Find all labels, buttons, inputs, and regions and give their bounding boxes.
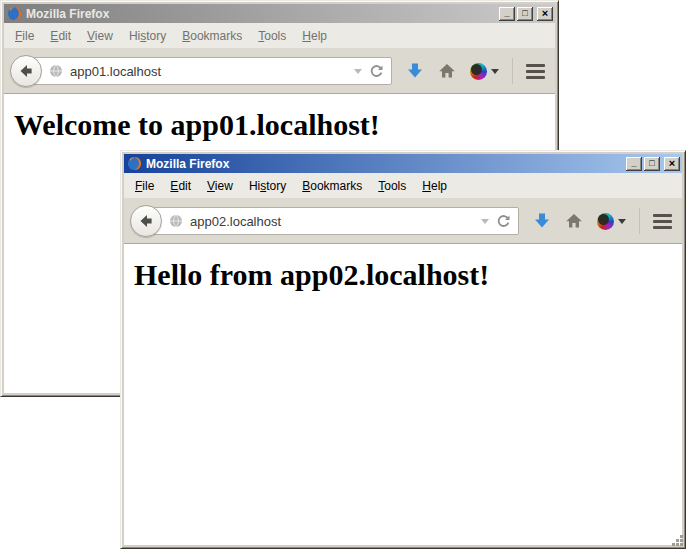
menu-button[interactable] [526,64,545,79]
window-title: Mozilla Firefox [26,7,495,21]
downloads-button[interactable] [533,212,551,230]
url-dropdown-icon[interactable] [481,219,489,224]
color-wheel-icon [597,213,614,230]
menu-file[interactable]: File [128,177,161,195]
home-button[interactable] [565,212,583,230]
page-content: Hello from app02.localhost! [124,244,682,545]
url-dropdown-icon[interactable] [354,69,362,74]
reload-icon[interactable] [496,214,511,229]
menu-help[interactable]: Help [295,27,334,45]
back-arrow-icon [18,63,34,79]
browser-window-app02: Mozilla Firefox _ □ × File Edit View His… [120,150,686,549]
home-icon [438,62,456,80]
color-wheel-icon [470,63,487,80]
home-button[interactable] [438,62,456,80]
menu-bar: File Edit View History Bookmarks Tools H… [4,23,555,49]
url-text[interactable]: app01.localhost [70,64,347,79]
reload-icon[interactable] [369,64,384,79]
menu-bar: File Edit View History Bookmarks Tools H… [124,173,682,199]
minimize-button[interactable]: _ [626,157,642,171]
menu-button[interactable] [653,214,672,229]
back-button[interactable] [130,205,162,237]
menu-tools[interactable]: Tools [251,27,293,45]
menu-view[interactable]: View [80,27,120,45]
addon-button[interactable] [470,63,499,80]
globe-icon[interactable] [169,214,183,228]
toolbar-separator [512,58,513,84]
resize-grip[interactable] [671,534,685,548]
menu-bookmarks[interactable]: Bookmarks [295,177,369,195]
menu-edit[interactable]: Edit [163,177,198,195]
window-title: Mozilla Firefox [146,157,622,171]
back-button[interactable] [10,55,42,87]
menu-edit[interactable]: Edit [43,27,78,45]
back-arrow-icon [138,213,154,229]
menu-history[interactable]: History [122,27,173,45]
page-heading: Welcome to app01.localhost! [14,108,555,142]
globe-icon[interactable] [49,64,63,78]
maximize-button[interactable]: □ [644,157,660,171]
menu-file[interactable]: File [8,27,41,45]
url-text[interactable]: app02.localhost [190,214,474,229]
home-icon [565,212,583,230]
navigation-toolbar: app02.localhost [124,199,682,244]
menu-help[interactable]: Help [415,177,454,195]
addon-dropdown-icon [491,69,499,74]
addon-dropdown-icon [618,219,626,224]
firefox-icon[interactable] [7,6,22,21]
url-bar[interactable]: app02.localhost [147,207,519,235]
menu-history[interactable]: History [242,177,293,195]
menu-tools[interactable]: Tools [371,177,413,195]
title-bar[interactable]: Mozilla Firefox _ □ × [124,154,682,173]
close-button[interactable]: × [537,7,553,21]
page-heading: Hello from app02.localhost! [134,258,682,292]
download-arrow-icon [406,62,424,80]
menu-bookmarks[interactable]: Bookmarks [175,27,249,45]
menu-view[interactable]: View [200,177,240,195]
download-arrow-icon [533,212,551,230]
toolbar-separator [639,208,640,234]
minimize-button[interactable]: _ [499,7,515,21]
navigation-toolbar: app01.localhost [4,49,555,94]
firefox-icon[interactable] [127,156,142,171]
title-bar[interactable]: Mozilla Firefox _ □ × [4,4,555,23]
close-button[interactable]: × [664,157,680,171]
downloads-button[interactable] [406,62,424,80]
url-bar[interactable]: app01.localhost [27,57,392,85]
maximize-button[interactable]: □ [517,7,533,21]
addon-button[interactable] [597,213,626,230]
